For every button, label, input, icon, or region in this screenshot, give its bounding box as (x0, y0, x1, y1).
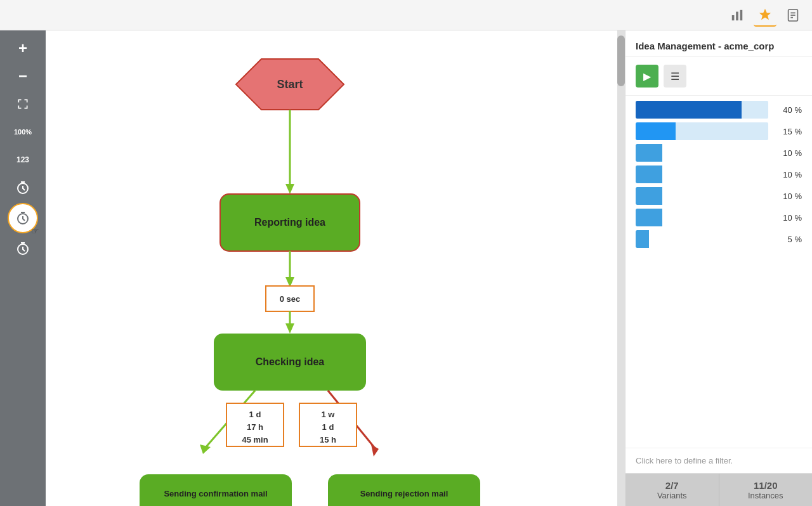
timer-icon-top[interactable] (8, 175, 38, 200)
chart-label-3: 10 % (773, 148, 802, 158)
timer-icon-active[interactable]: ☞ (8, 203, 38, 233)
svg-rect-23 (214, 334, 366, 391)
svg-text:Reporting idea: Reporting idea (254, 217, 325, 228)
chart-bar-1 (636, 101, 742, 119)
canvas-area[interactable]: Start Reporting idea 0 sec Checking idea (46, 30, 617, 506)
zoom-out-button[interactable]: − (8, 63, 38, 89)
svg-marker-3 (759, 8, 771, 19)
chart-bar-bg-6[interactable] (636, 209, 768, 226)
svg-marker-18 (285, 277, 294, 287)
number-toggle[interactable]: 123 (8, 147, 38, 172)
chart-row-1: 40 % (636, 101, 802, 119)
svg-text:1 d: 1 d (322, 422, 334, 432)
variants-count: 2/7 (665, 480, 679, 491)
svg-text:Sending rejection mail: Sending rejection mail (360, 489, 449, 498)
svg-marker-26 (200, 444, 211, 454)
timer-icon-bottom[interactable] (8, 236, 38, 261)
chart-row-3: 10 % (636, 144, 802, 162)
chart-label-5: 10 % (773, 191, 802, 201)
bar-chart-icon[interactable] (726, 4, 749, 27)
scrollbar-thumb[interactable] (617, 36, 625, 86)
chart-row-2: 15 % (636, 122, 802, 140)
star-chart-icon[interactable] (754, 4, 776, 27)
chart-bar-bg-7[interactable] (636, 230, 768, 248)
svg-line-33 (328, 391, 376, 449)
chart-bar-6 (636, 209, 662, 226)
svg-text:1 d: 1 d (249, 410, 261, 419)
instances-label: Instances (748, 491, 783, 500)
chart-bar-bg-1[interactable] (636, 101, 768, 119)
svg-marker-22 (285, 323, 294, 334)
list-button[interactable]: ☰ (664, 65, 686, 88)
svg-rect-2 (740, 10, 743, 20)
chart-label-7: 5 % (773, 235, 802, 244)
svg-text:0 sec: 0 sec (280, 294, 301, 304)
chart-row-7: 5 % (636, 230, 802, 248)
chart-label-4: 10 % (773, 170, 802, 179)
svg-text:15 h: 15 h (320, 435, 336, 444)
svg-text:1 w: 1 w (322, 410, 336, 419)
svg-text:Start: Start (277, 78, 303, 91)
chart-bar-5 (636, 187, 662, 205)
panel-footer: 2/7 Variants 11/20 Instances (625, 473, 812, 506)
document-icon[interactable] (782, 4, 804, 27)
chart-bar-3 (636, 144, 662, 162)
left-sidebar: + − 100% 123 ☞ (0, 30, 46, 506)
chart-bar-bg-3[interactable] (636, 144, 768, 162)
main-area: + − 100% 123 ☞ Start Rep (0, 30, 812, 506)
instances-button[interactable]: 11/20 Instances (719, 474, 813, 506)
instances-count: 11/20 (754, 480, 778, 491)
svg-rect-19 (266, 286, 314, 311)
svg-rect-0 (732, 15, 735, 20)
top-bar (0, 0, 812, 30)
variants-label: Variants (657, 491, 687, 500)
svg-rect-15 (220, 194, 360, 251)
cursor-icon: ☞ (31, 226, 39, 236)
flowchart-svg: Start Reporting idea 0 sec Checking idea (46, 30, 566, 506)
play-button[interactable]: ▶ (636, 65, 658, 88)
chart-label-6: 10 % (773, 213, 802, 223)
chart-bar-7 (636, 230, 649, 248)
chart-bar-bg-4[interactable] (636, 165, 768, 183)
zoom-label: 100% (8, 119, 38, 145)
svg-rect-35 (299, 403, 357, 446)
chart-bar-bg-5[interactable] (636, 187, 768, 205)
zoom-in-button[interactable]: + (8, 36, 38, 61)
filter-link[interactable]: Click here to define a filter. (625, 448, 812, 473)
panel-actions: ▶ ☰ (625, 57, 812, 96)
chart-bar-bg-2[interactable] (636, 122, 768, 140)
svg-marker-34 (371, 444, 379, 457)
svg-text:Checking idea: Checking idea (256, 356, 325, 367)
chart-bar-2 (636, 122, 676, 140)
canvas-scrollbar[interactable] (617, 30, 625, 506)
variants-button[interactable]: 2/7 Variants (625, 474, 719, 506)
svg-marker-11 (236, 59, 344, 110)
svg-line-25 (204, 391, 255, 449)
svg-rect-31 (140, 474, 292, 506)
chart-label-2: 15 % (773, 127, 802, 136)
svg-rect-1 (736, 11, 738, 20)
svg-marker-14 (285, 184, 294, 194)
chart-row-5: 10 % (636, 187, 802, 205)
chart-area: 40 % 15 % 10 % 10 % (625, 96, 812, 448)
svg-text:45 min: 45 min (242, 435, 268, 444)
right-panel: Idea Management - acme_corp ▶ ☰ 40 % 15 … (625, 30, 812, 506)
chart-row-6: 10 % (636, 209, 802, 226)
chart-label-1: 40 % (773, 105, 802, 115)
svg-text:17 h: 17 h (247, 422, 263, 432)
panel-title: Idea Management - acme_corp (625, 30, 812, 57)
chart-row-4: 10 % (636, 165, 802, 183)
chart-bar-4 (636, 165, 662, 183)
svg-text:Sending confirmation mail: Sending confirmation mail (164, 489, 267, 498)
svg-rect-39 (328, 474, 480, 506)
svg-rect-27 (226, 403, 284, 446)
fullscreen-button[interactable] (8, 91, 38, 117)
